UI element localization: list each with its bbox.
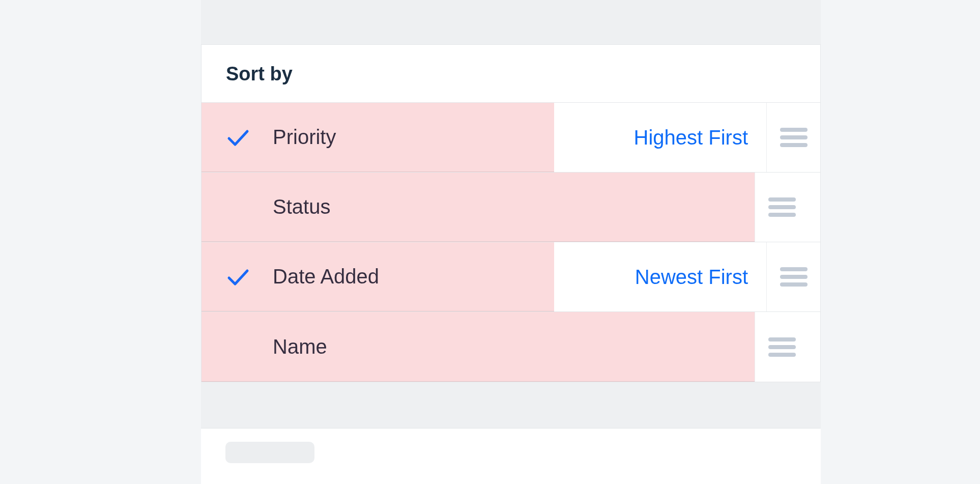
- placeholder-pill: [225, 442, 314, 463]
- drag-handle-name[interactable]: [755, 312, 809, 382]
- sort-toggle-date-added[interactable]: Date Added: [201, 242, 554, 311]
- check-wrapper: [226, 265, 254, 289]
- sort-toggle-priority[interactable]: Priority: [201, 103, 554, 172]
- drag-icon: [780, 128, 808, 147]
- check-icon: [226, 265, 250, 289]
- drag-handle-date-added[interactable]: [766, 242, 820, 311]
- sort-row-name: Name: [201, 312, 820, 382]
- order-text: Newest First: [635, 266, 748, 289]
- check-icon: [226, 125, 250, 150]
- drag-icon: [768, 197, 796, 217]
- main-container: Sort by Priority Highest First: [201, 0, 821, 484]
- sort-label: Priority: [254, 126, 336, 149]
- drag-handle-priority[interactable]: [766, 103, 820, 172]
- sort-order-priority[interactable]: Highest First: [554, 103, 766, 172]
- order-text: Highest First: [634, 126, 748, 149]
- sort-label: Date Added: [254, 265, 379, 288]
- sort-label: Name: [254, 335, 327, 358]
- sort-toggle-status[interactable]: Status: [201, 173, 755, 242]
- sort-panel: Sort by Priority Highest First: [201, 44, 821, 382]
- sort-toggle-name[interactable]: Name: [201, 312, 755, 382]
- sort-row-status: Status: [201, 173, 820, 242]
- sort-order-date-added[interactable]: Newest First: [554, 242, 766, 311]
- sort-header: Sort by: [201, 45, 820, 103]
- drag-icon: [768, 337, 796, 357]
- sort-row-priority: Priority Highest First: [201, 103, 820, 173]
- drag-handle-status[interactable]: [755, 173, 809, 242]
- sort-label: Status: [254, 195, 330, 218]
- check-wrapper: [226, 125, 254, 150]
- bottom-panel: [201, 428, 821, 484]
- drag-icon: [780, 267, 808, 287]
- sort-row-date-added: Date Added Newest First: [201, 242, 820, 312]
